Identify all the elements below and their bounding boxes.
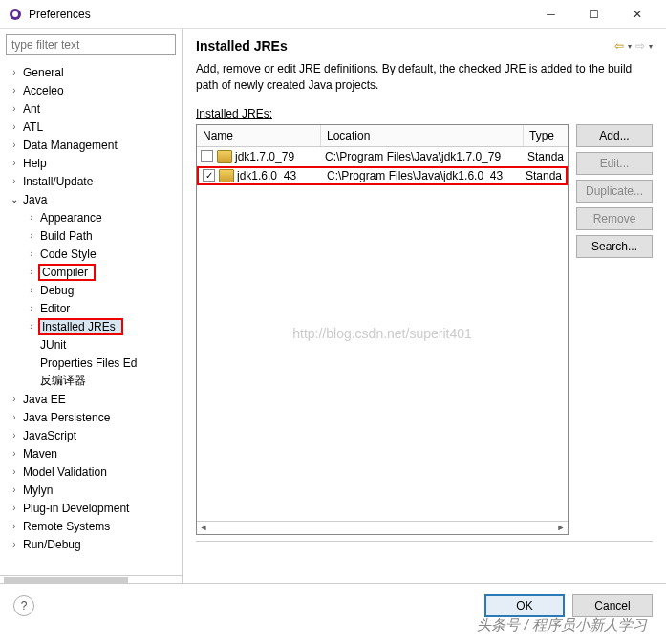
tree-item[interactable]: ›Installed JREs — [0, 317, 182, 335]
jre-location: C:\Program Files\Java\jdk1.7.0_79 — [321, 150, 524, 163]
jre-icon — [219, 169, 234, 182]
help-icon[interactable]: ? — [13, 595, 34, 616]
tree-item[interactable]: ⌄Java — [0, 190, 182, 208]
tree-item[interactable]: ›Mylyn — [0, 481, 182, 499]
tree-item-label: Java — [21, 192, 49, 207]
table-horizontal-scrollbar[interactable]: ◄► — [197, 521, 568, 534]
expand-icon[interactable]: › — [8, 85, 21, 96]
tree-item[interactable]: ›Run/Debug — [0, 535, 182, 553]
expand-icon[interactable]: › — [25, 267, 38, 277]
tree-item-label: Debug — [38, 283, 75, 298]
tree-item[interactable]: ›Help — [0, 154, 182, 172]
expand-icon[interactable]: › — [8, 412, 21, 422]
tree-item[interactable]: ›Compiler — [0, 263, 182, 281]
expand-icon[interactable]: › — [25, 212, 38, 223]
expand-icon[interactable]: › — [25, 285, 38, 295]
tree-item[interactable]: JUnit — [0, 335, 182, 354]
page-description: Add, remove or edit JRE definitions. By … — [196, 61, 653, 94]
tree-item[interactable]: ›Model Validation — [0, 462, 182, 481]
tree-item-label: ATL — [21, 119, 45, 135]
tree-item[interactable]: ›JavaScript — [0, 426, 182, 444]
expand-icon[interactable]: › — [8, 103, 21, 114]
expand-icon[interactable]: ⌄ — [8, 194, 21, 204]
expand-icon[interactable]: › — [8, 539, 21, 549]
tree-item[interactable]: ›ATL — [0, 118, 182, 136]
tree-item-label: Ant — [21, 101, 42, 117]
add-button[interactable]: Add... — [576, 124, 653, 147]
tree-item[interactable]: ›Install/Update — [0, 172, 182, 190]
jre-location: C:\Program Files\Java\jdk1.6.0_43 — [323, 169, 522, 182]
back-icon[interactable]: ⇦ — [614, 39, 624, 53]
tree-item[interactable]: ›Code Style — [0, 245, 182, 263]
tree-item-label: Appearance — [38, 210, 104, 225]
expand-icon[interactable]: › — [8, 394, 21, 404]
tree-item[interactable]: 反编译器 — [0, 372, 182, 390]
table-row[interactable]: ✓jdk1.6.0_43C:\Program Files\Java\jdk1.6… — [197, 166, 568, 185]
expand-icon[interactable]: › — [8, 158, 21, 168]
tree-item[interactable]: ›Remote Systems — [0, 517, 182, 535]
tree-item[interactable]: ›Appearance — [0, 208, 182, 226]
column-location[interactable]: Location — [321, 125, 524, 146]
tree-item-label: General — [21, 65, 66, 80]
tree-item[interactable]: ›Acceleo — [0, 81, 182, 99]
expand-icon[interactable]: › — [25, 248, 38, 259]
column-name[interactable]: Name — [197, 125, 321, 146]
tree-item[interactable]: ›Maven — [0, 444, 182, 462]
expand-icon[interactable]: › — [8, 521, 21, 531]
title-bar: Preferences ─ ☐ ✕ — [0, 0, 666, 29]
tree-item-label: Properties Files Ed — [38, 355, 139, 371]
tree-item[interactable]: ›Editor — [0, 299, 182, 317]
tree-item[interactable]: ›Java EE — [0, 390, 182, 408]
forward-icon[interactable]: ⇨ — [635, 39, 645, 53]
filter-input[interactable] — [6, 34, 176, 55]
tree-item-label: Java EE — [21, 392, 68, 407]
expand-icon[interactable]: › — [8, 503, 21, 513]
maximize-button[interactable]: ☐ — [572, 1, 615, 28]
expand-icon[interactable]: › — [8, 121, 21, 132]
dialog-footer: ? OK Cancel — [0, 583, 666, 627]
expand-icon[interactable]: › — [8, 140, 21, 150]
ok-button[interactable]: OK — [484, 594, 565, 617]
expand-icon[interactable]: › — [8, 448, 21, 459]
jre-table[interactable]: Name Location Type jdk1.7.0_79C:\Program… — [196, 124, 569, 535]
jre-checkbox[interactable] — [201, 150, 213, 162]
table-row[interactable]: jdk1.7.0_79C:\Program Files\Java\jdk1.7.… — [197, 147, 568, 166]
tree-item-label: Code Style — [38, 247, 98, 262]
tree-item-label: Help — [21, 156, 49, 171]
expand-icon[interactable]: › — [8, 430, 21, 440]
column-type[interactable]: Type — [524, 125, 568, 146]
remove-button[interactable]: Remove — [576, 207, 653, 230]
search-button[interactable]: Search... — [576, 235, 653, 258]
tree-item[interactable]: ›Java Persistence — [0, 408, 182, 426]
close-button[interactable]: ✕ — [615, 1, 658, 28]
tree-item[interactable]: Properties Files Ed — [0, 354, 182, 372]
tree-horizontal-scrollbar[interactable] — [0, 575, 182, 583]
expand-icon[interactable]: › — [8, 67, 21, 77]
tree-item-label: Plug-in Development — [21, 501, 131, 516]
expand-icon[interactable]: › — [25, 321, 38, 332]
tree-item[interactable]: ›Ant — [0, 99, 182, 118]
duplicate-button[interactable]: Duplicate... — [576, 180, 653, 203]
expand-icon[interactable]: › — [8, 466, 21, 477]
tree-item-label: Mylyn — [21, 483, 54, 498]
tree-item[interactable]: ›Plug-in Development — [0, 499, 182, 517]
edit-button[interactable]: Edit... — [576, 152, 653, 175]
tree-item[interactable]: ›Build Path — [0, 226, 182, 245]
tree-item-label: Acceleo — [21, 83, 66, 98]
jre-checkbox[interactable]: ✓ — [203, 169, 215, 182]
preferences-tree[interactable]: ›General›Acceleo›Ant›ATL›Data Management… — [0, 61, 182, 575]
preferences-sidebar: ›General›Acceleo›Ant›ATL›Data Management… — [0, 29, 183, 583]
content-pane: Installed JREs ⇦▾ ⇨▾ Add, remove or edit… — [183, 29, 666, 583]
watermark-text: http://blog.csdn.net/superit401 — [292, 326, 472, 341]
cancel-button[interactable]: Cancel — [572, 594, 653, 617]
expand-icon[interactable]: › — [8, 484, 21, 495]
expand-icon[interactable]: › — [25, 230, 38, 241]
tree-item[interactable]: ›Data Management — [0, 136, 182, 154]
history-nav[interactable]: ⇦▾ ⇨▾ — [614, 39, 653, 53]
tree-item[interactable]: ›General — [0, 63, 182, 81]
expand-icon[interactable]: › — [25, 303, 38, 313]
minimize-button[interactable]: ─ — [529, 1, 572, 28]
expand-icon[interactable]: › — [8, 176, 21, 186]
tree-item[interactable]: ›Debug — [0, 281, 182, 299]
window-title: Preferences — [29, 8, 529, 21]
